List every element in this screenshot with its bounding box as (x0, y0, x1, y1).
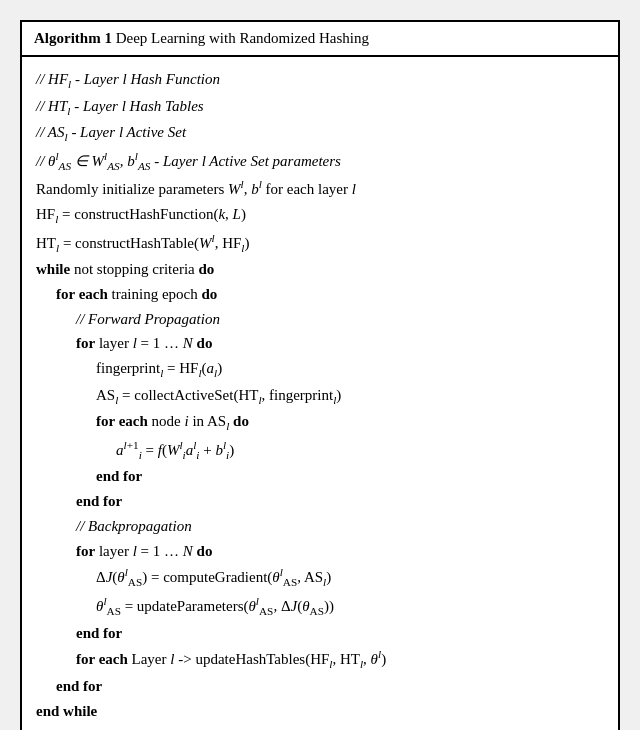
line-end-for-node: end for (36, 464, 604, 489)
algorithm-title: Deep Learning with Randomized Hashing (116, 30, 369, 46)
line-comment3: // ASl - Layer l Active Set (36, 120, 604, 147)
line-ht: HTl = constructHashTable(Wl, HFl) (36, 229, 604, 258)
line-comment4: // θlAS ∈ WlAS, blAS - Layer l Active Se… (36, 147, 604, 176)
line-init: Randomly initialize parameters Wl, bl fo… (36, 175, 604, 202)
line-bp-comment: // Backpropagation (36, 514, 604, 539)
line-end-for-epoch: end for (36, 674, 604, 699)
line-end-for-layer-bp: end for (36, 621, 604, 646)
algorithm-number: Algorithm 1 (34, 30, 112, 46)
line-foreach-node: for each node i in ASl do (36, 409, 604, 436)
line-hf: HFl = constructHashFunction(k, L) (36, 202, 604, 229)
line-as-collect: ASl = collectActiveSet(HTl, fingerprintl… (36, 383, 604, 410)
line-foreach-hash: for each Layer l -> updateHashTables(HFl… (36, 645, 604, 674)
line-activation: al+1i = f(Wliali + bli) (36, 436, 604, 465)
line-grad: ΔJ(θlAS) = computeGradient(θlAS, ASl) (36, 563, 604, 592)
algorithm-header: Algorithm 1 Deep Learning with Randomize… (22, 22, 618, 57)
algorithm-box: Algorithm 1 Deep Learning with Randomize… (20, 20, 620, 730)
line-while: while not stopping criteria do (36, 257, 604, 282)
algorithm-body: // HFl - Layer l Hash Function // HTl - … (22, 57, 618, 730)
line-end-while: end while (36, 699, 604, 724)
line-foreach-epoch: for each training epoch do (36, 282, 604, 307)
line-fp-comment: // Forward Propagation (36, 307, 604, 332)
line-for-layer-fp: for layer l = 1 … N do (36, 331, 604, 356)
line-update-params: θlAS = updateParameters(θlAS, ΔJ(θAS)) (36, 592, 604, 621)
line-comment2: // HTl - Layer l Hash Tables (36, 94, 604, 121)
line-comment1: // HFl - Layer l Hash Function (36, 67, 604, 94)
line-end-for-layer-fp: end for (36, 489, 604, 514)
line-fingerprint: fingerprintl = HFl(al) (36, 356, 604, 383)
line-for-layer-bp: for layer l = 1 … N do (36, 539, 604, 564)
